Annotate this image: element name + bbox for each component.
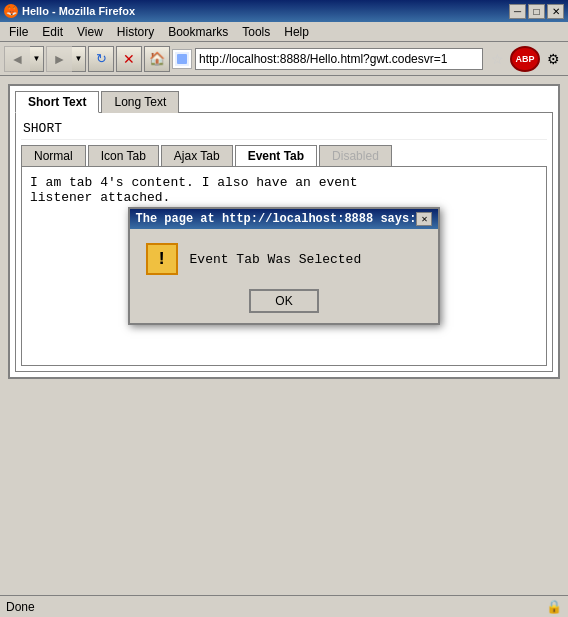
menu-tools[interactable]: Tools bbox=[237, 24, 275, 40]
tab-ajax-tab[interactable]: Ajax Tab bbox=[161, 145, 233, 167]
browser-window: 🦊 Hello - Mozilla Firefox ─ □ ✕ File Edi… bbox=[0, 0, 568, 617]
dialog-message: Event Tab Was Selected bbox=[190, 252, 362, 267]
page-icon bbox=[172, 49, 192, 69]
address-input[interactable] bbox=[195, 48, 483, 70]
menu-file[interactable]: File bbox=[4, 24, 33, 40]
status-icon: 🔒 bbox=[546, 599, 562, 615]
back-dropdown[interactable]: ▼ bbox=[30, 46, 44, 72]
main-content: Short Text Long Text SHORT Normal Icon T… bbox=[0, 76, 568, 617]
toolbar: ◄ ▼ ► ▼ ↻ ✕ 🏠 ☆ ABP ⚙ bbox=[0, 42, 568, 76]
outer-tab-panel: Short Text Long Text SHORT Normal Icon T… bbox=[8, 84, 560, 379]
menu-help[interactable]: Help bbox=[279, 24, 314, 40]
status-bar: Done 🔒 bbox=[0, 595, 568, 617]
dialog-ok-button[interactable]: OK bbox=[249, 289, 318, 313]
title-bar-controls: ─ □ ✕ bbox=[509, 4, 564, 19]
outer-tab-content: SHORT Normal Icon Tab Ajax Tab Event Tab… bbox=[15, 112, 553, 372]
home-button[interactable]: 🏠 bbox=[144, 46, 170, 72]
inner-tab-list: Normal Icon Tab Ajax Tab Event Tab Disab… bbox=[21, 145, 547, 167]
dialog-footer: OK bbox=[130, 285, 439, 323]
nav-forward-group: ► ▼ bbox=[46, 46, 86, 72]
adblock-button[interactable]: ABP bbox=[510, 46, 540, 72]
firefox-icon: 🦊 bbox=[4, 4, 18, 18]
restore-button[interactable]: □ bbox=[528, 4, 545, 19]
tab-short-text[interactable]: Short Text bbox=[15, 91, 99, 113]
outer-tab-list: Short Text Long Text bbox=[15, 91, 553, 113]
title-bar-left: 🦊 Hello - Mozilla Firefox bbox=[4, 4, 135, 18]
dialog-title-bar: The page at http://localhost:8888 says: … bbox=[130, 209, 439, 229]
back-button[interactable]: ◄ bbox=[4, 46, 30, 72]
window-title: Hello - Mozilla Firefox bbox=[22, 5, 135, 17]
dialog-title: The page at http://localhost:8888 says: bbox=[136, 212, 417, 226]
dialog-close-button[interactable]: ✕ bbox=[416, 212, 432, 226]
title-bar: 🦊 Hello - Mozilla Firefox ─ □ ✕ bbox=[0, 0, 568, 22]
menu-edit[interactable]: Edit bbox=[37, 24, 68, 40]
forward-dropdown[interactable]: ▼ bbox=[72, 46, 86, 72]
refresh-button[interactable]: ↻ bbox=[88, 46, 114, 72]
menu-history[interactable]: History bbox=[112, 24, 159, 40]
tab-long-text[interactable]: Long Text bbox=[101, 91, 179, 113]
alert-dialog: The page at http://localhost:8888 says: … bbox=[128, 207, 441, 325]
close-button[interactable]: ✕ bbox=[547, 4, 564, 19]
tab-normal[interactable]: Normal bbox=[21, 145, 86, 167]
forward-button[interactable]: ► bbox=[46, 46, 72, 72]
tab-disabled: Disabled bbox=[319, 145, 392, 167]
menu-view[interactable]: View bbox=[72, 24, 108, 40]
content-area: Short Text Long Text SHORT Normal Icon T… bbox=[0, 76, 568, 387]
inner-tab-content: I am tab 4's content. I also have an eve… bbox=[21, 166, 547, 366]
nav-back-group: ◄ ▼ bbox=[4, 46, 44, 72]
stop-button[interactable]: ✕ bbox=[116, 46, 142, 72]
tab-icon-tab[interactable]: Icon Tab bbox=[88, 145, 159, 167]
status-text: Done bbox=[6, 600, 35, 614]
menu-bar: File Edit View History Bookmarks Tools H… bbox=[0, 22, 568, 42]
bookmark-star-button[interactable]: ☆ bbox=[486, 48, 508, 70]
short-text-value: SHORT bbox=[21, 118, 547, 140]
menu-bookmarks[interactable]: Bookmarks bbox=[163, 24, 233, 40]
tab-event-tab[interactable]: Event Tab bbox=[235, 145, 317, 167]
svg-rect-1 bbox=[177, 54, 187, 64]
dialog-warning-icon: ! bbox=[146, 243, 178, 275]
settings-gear-button[interactable]: ⚙ bbox=[542, 48, 564, 70]
minimize-button[interactable]: ─ bbox=[509, 4, 526, 19]
address-bar-wrap: ☆ bbox=[172, 48, 508, 70]
dialog-overlay: The page at http://localhost:8888 says: … bbox=[22, 167, 546, 365]
dialog-body: ! Event Tab Was Selected bbox=[130, 229, 439, 285]
